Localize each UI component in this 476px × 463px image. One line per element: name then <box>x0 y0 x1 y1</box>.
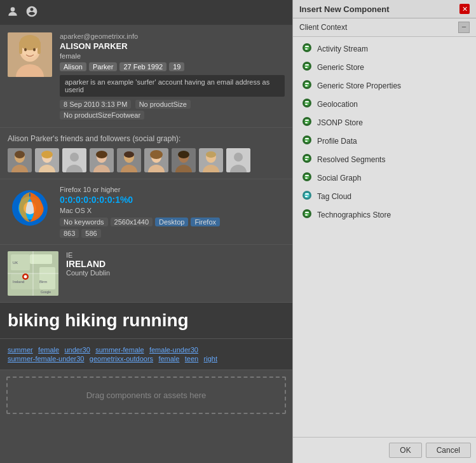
user-icon[interactable] <box>6 5 19 20</box>
svg-point-17 <box>41 151 53 158</box>
segment-right[interactable]: right <box>204 355 217 363</box>
svg-rect-6 <box>19 41 22 54</box>
avatar <box>8 32 52 77</box>
country-code: IE <box>66 251 110 259</box>
component-icon-tag-cloud <box>302 190 312 202</box>
component-item-profile-data[interactable]: Profile Data <box>293 132 476 150</box>
collapse-button[interactable]: − <box>458 22 470 33</box>
component-label: Generic Store <box>317 63 364 72</box>
social-section: Alison Parker's friends and followers (s… <box>0 128 292 179</box>
component-item-jsonp-store[interactable]: JSONP Store <box>293 113 476 132</box>
friend-avatar-4 <box>90 148 114 172</box>
svg-rect-66 <box>305 64 309 66</box>
meta-product-size: No productSize <box>135 100 191 109</box>
component-item-social-graph[interactable]: Social Graph <box>293 169 476 187</box>
tag-resolution: 2560x1440 <box>111 218 153 226</box>
ok-button[interactable]: OK <box>389 443 421 458</box>
browser-version: Firefox 10 or higher <box>60 186 220 193</box>
segment-geometrixx-outdoors[interactable]: geometrixx-outdoors <box>90 355 153 363</box>
svg-point-55 <box>24 275 27 279</box>
drop-zone[interactable]: Drag components or assets here <box>6 377 286 414</box>
component-item-geolocation[interactable]: Geolocation <box>293 95 476 113</box>
tag-browser: Firefox <box>191 218 220 226</box>
svg-point-36 <box>178 151 189 158</box>
settings-icon[interactable] <box>25 5 38 20</box>
drop-zone-text: Drag components or assets here <box>86 390 207 400</box>
component-icon-generic-store <box>302 61 312 73</box>
left-panel: aparker@geometrixx.info ALISON PARKER fe… <box>0 0 292 463</box>
svg-rect-75 <box>305 104 308 105</box>
location-info: IE IRELAND County Dublin <box>66 251 110 277</box>
svg-point-19 <box>70 153 79 162</box>
segment-female-under30[interactable]: female-under30 <box>149 346 198 354</box>
component-label: Activity Stream <box>317 45 368 53</box>
top-bar <box>0 0 292 25</box>
tag-device: Desktop <box>155 218 188 226</box>
segment-summer-female-under30[interactable]: summer-female-under30 <box>8 355 84 363</box>
friend-avatar-1 <box>8 148 32 172</box>
profile-info-box: aparker is an example 'surfer' account h… <box>60 75 285 97</box>
component-icon-generic-store-properties <box>302 79 312 92</box>
svg-rect-67 <box>305 67 308 68</box>
segment-summer-female[interactable]: summer-female <box>95 346 144 354</box>
cancel-button[interactable]: Cancel <box>426 443 471 458</box>
profile-section: aparker@geometrixx.info ALISON PARKER fe… <box>0 25 292 128</box>
component-icon-activity-stream <box>302 43 312 55</box>
dialog-header: Insert New Component ✕ <box>293 0 476 18</box>
component-item-activity-stream[interactable]: Activity Stream <box>293 39 476 58</box>
browser-os: Mac OS X <box>60 207 220 214</box>
dialog-title: Insert New Component <box>299 4 390 14</box>
meta-date: 8 Sep 2010 3:13 PM <box>60 100 131 109</box>
svg-text:Ireland: Ireland <box>13 280 24 284</box>
profile-info: aparker@geometrixx.info ALISON PARKER fe… <box>60 32 285 120</box>
component-item-tag-cloud[interactable]: Tag Cloud <box>293 187 476 205</box>
component-label: Generic Store Properties <box>317 81 401 90</box>
tag-metric1: 863 <box>60 229 79 238</box>
component-item-generic-store-properties[interactable]: Generic Store Properties <box>293 76 476 95</box>
svg-rect-71 <box>305 85 308 86</box>
svg-point-28 <box>124 151 134 158</box>
svg-point-8 <box>24 48 27 52</box>
svg-point-42 <box>234 153 243 162</box>
browser-metrics: 863 586 <box>60 229 220 238</box>
tag-keywords: No keywords <box>60 218 108 226</box>
segment-under30[interactable]: under30 <box>64 346 90 354</box>
svg-rect-70 <box>305 83 309 84</box>
friends-row <box>8 148 285 172</box>
context-header: Client Context − <box>293 18 476 37</box>
segments-section: summer female under30 summer-female fema… <box>0 339 292 370</box>
component-item-resolved-segments[interactable]: Resolved Segments <box>293 150 476 169</box>
browser-icon <box>8 186 52 230</box>
svg-rect-7 <box>37 41 41 54</box>
svg-rect-94 <box>305 193 309 195</box>
svg-rect-78 <box>305 120 309 121</box>
friend-avatar-7 <box>172 148 196 172</box>
segment-female[interactable]: female <box>38 346 59 354</box>
segment-teen[interactable]: teen <box>185 355 198 363</box>
close-button[interactable]: ✕ <box>459 4 470 14</box>
profile-tags: Alison Parker 27 Feb 1992 19 <box>60 62 285 71</box>
component-label: Technographics Store <box>317 211 391 219</box>
component-icon-profile-data <box>302 135 312 147</box>
profile-gender: female <box>60 52 285 60</box>
svg-rect-63 <box>305 48 308 50</box>
component-item-generic-store[interactable]: Generic Store <box>293 58 476 76</box>
map-thumbnail: UK Ireland Birm Google <box>8 251 58 296</box>
segment-female2[interactable]: female <box>158 355 179 363</box>
tag-dob: 27 Feb 1992 <box>119 62 167 71</box>
component-icon-social-graph <box>302 172 312 184</box>
component-item-technographics-store[interactable]: Technographics Store <box>293 205 476 224</box>
friend-avatar-3 <box>62 148 86 172</box>
segment-summer[interactable]: summer <box>8 346 33 354</box>
svg-rect-83 <box>305 141 308 142</box>
tag-firstname: Alison <box>60 62 86 71</box>
component-icon-jsonp-store <box>302 116 312 128</box>
svg-rect-90 <box>305 175 309 176</box>
component-label: Profile Data <box>317 137 357 146</box>
component-icon-geolocation <box>302 98 312 110</box>
svg-point-32 <box>150 150 163 159</box>
component-list: Activity Stream Generic Store <box>293 37 476 437</box>
browser-id: 0:0:0:0:0:0:0:1%0 <box>60 195 220 205</box>
component-icon-technographics-store <box>302 209 312 221</box>
svg-point-40 <box>206 151 216 158</box>
